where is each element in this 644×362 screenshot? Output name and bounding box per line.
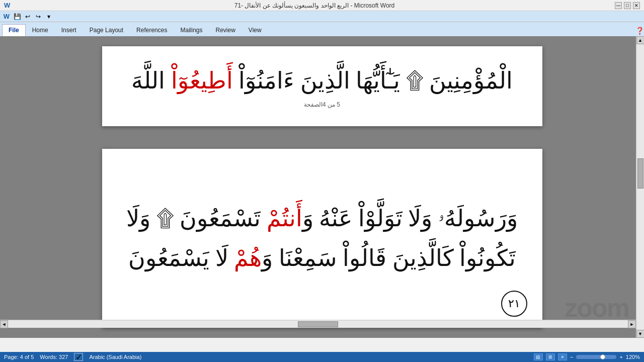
page1-black-text-2: اللَّهَ: [131, 68, 171, 94]
title-bar: W 71- الربع الواحد والسبعون يسألونك عن ا…: [0, 0, 644, 11]
document-area: الْمُؤْمِنِينَ ۩ يَـٰٓأَيُّهَا الَّذِينَ…: [0, 36, 644, 338]
help-icon[interactable]: ❓: [635, 27, 644, 35]
page1-red-text: أَطِيعُوٓاْ: [171, 68, 233, 94]
scroll-right-button[interactable]: ►: [628, 320, 636, 328]
page2-content: وَرَسُولَهُۥ وَلَا تَوَلَّوْاْ عَنْهُ وَ…: [117, 164, 527, 313]
save-icon[interactable]: 💾: [13, 12, 22, 21]
word-count: Words: 327: [40, 354, 68, 360]
page2-line2: تَكُونُواْ كَالَّذِينَ قَالُواْ سَمِعْنَ…: [128, 241, 516, 276]
scroll-track-horizontal[interactable]: [8, 321, 628, 328]
verse-number-21: ٢١: [501, 291, 527, 317]
p2-text-1: وَرَسُولَهُۥ وَلَا تَوَلَّوْاْ عَنْهُ وَ: [302, 206, 518, 231]
maximize-button[interactable]: □: [624, 2, 631, 9]
border-top: [107, 51, 537, 59]
zoom-minus[interactable]: −: [570, 354, 573, 360]
scroll-thumb-horizontal[interactable]: [298, 321, 338, 327]
verse-21-text: ٢١: [508, 297, 520, 310]
p2-text-3: تَكُونُواْ كَالَّذِينَ قَالُواْ سَمِعْنَ…: [262, 245, 516, 271]
scroll-down-button[interactable]: ▼: [636, 330, 645, 338]
quick-access-toolbar: W 💾 ↩ ↪ ▾: [0, 11, 644, 22]
page-separator: [0, 134, 644, 141]
page2-line1: وَرَسُولَهُۥ وَلَا تَوَلَّوْاْ عَنْهُ وَ…: [126, 201, 518, 236]
window-controls[interactable]: — □ ✕: [615, 2, 640, 9]
p2-text-4: لَا يَسْمَعُونَ: [128, 245, 234, 271]
ribbon-tabs: File Home Insert Page Layout References …: [0, 22, 644, 36]
page-2: وَرَسُولَهُۥ وَلَا تَوَلَّوْاْ عَنْهُ وَ…: [102, 149, 542, 328]
tab-view[interactable]: View: [242, 24, 268, 36]
page1-black-text-1: الْمُؤْمِنِينَ ۩ يَـٰٓأَيُّهَا الَّذِينَ…: [233, 68, 513, 94]
scroll-thumb-vertical[interactable]: [637, 158, 643, 189]
scroll-up-button[interactable]: ▲: [636, 36, 645, 44]
spell-check-icon[interactable]: ✓: [74, 353, 83, 361]
tab-page-layout[interactable]: Page Layout: [83, 24, 130, 36]
tab-file[interactable]: File: [2, 24, 26, 36]
border-top-2: [107, 154, 537, 162]
undo-icon[interactable]: ↩: [23, 12, 32, 21]
tab-references[interactable]: References: [130, 24, 174, 36]
zoom-plus[interactable]: +: [619, 354, 622, 360]
tab-review[interactable]: Review: [209, 24, 242, 36]
quick-access-dropdown-icon[interactable]: ▾: [44, 12, 53, 21]
page1-content: الْمُؤْمِنِينَ ۩ يَـٰٓأَيُّهَا الَّذِينَ…: [117, 61, 527, 111]
page1-footer: 5 من 4الصفحة: [304, 101, 340, 108]
scroll-track-vertical[interactable]: [637, 44, 644, 330]
close-button[interactable]: ✕: [633, 2, 640, 9]
language: Arabic (Saudi Arabia): [89, 354, 141, 360]
scrollbar-vertical[interactable]: ▲ ▼: [636, 36, 644, 338]
word-icon: W: [4, 2, 10, 9]
p2-red-1: أَنتُمْ: [267, 206, 302, 231]
zoom-thumb[interactable]: [600, 354, 605, 359]
tab-mailings[interactable]: Mailings: [174, 24, 209, 36]
status-bar: Page: 4 of 5 Words: 327 ✓ Arabic (Saudi …: [0, 352, 644, 362]
web-layout-button[interactable]: ≡: [558, 353, 567, 360]
window-title: 71- الربع الواحد والسبعون يسألونك عن الأ…: [14, 2, 615, 9]
page1-footer-text: 5 من 4الصفحة: [304, 101, 340, 108]
zoom-slider[interactable]: [576, 355, 616, 359]
page-info: Page: 4 of 5: [4, 354, 34, 360]
zoom-level: 120%: [626, 354, 640, 360]
redo-icon[interactable]: ↪: [34, 12, 43, 21]
word-logo-icon: W: [2, 12, 11, 21]
full-screen-button[interactable]: ⊞: [546, 353, 555, 360]
scrollbar-horizontal[interactable]: ◄ ►: [0, 320, 636, 328]
scroll-left-button[interactable]: ◄: [0, 320, 8, 328]
tab-insert[interactable]: Insert: [55, 24, 83, 36]
p2-red-2: هُمْ: [234, 245, 262, 271]
zoom-watermark: zoom: [565, 293, 629, 323]
print-layout-button[interactable]: ▤: [534, 353, 543, 360]
page1-arabic-text: الْمُؤْمِنِينَ ۩ يَـٰٓأَيُّهَا الَّذِينَ…: [131, 65, 513, 97]
page-1: الْمُؤْمِنِينَ ۩ يَـٰٓأَيُّهَا الَّذِينَ…: [102, 46, 542, 126]
status-right: ▤ ⊞ ≡ − + 120%: [534, 353, 640, 360]
tab-home[interactable]: Home: [26, 24, 55, 36]
minimize-button[interactable]: —: [615, 2, 622, 9]
p2-text-2: تَسْمَعُونَ ۩ وَلَا: [126, 206, 267, 231]
